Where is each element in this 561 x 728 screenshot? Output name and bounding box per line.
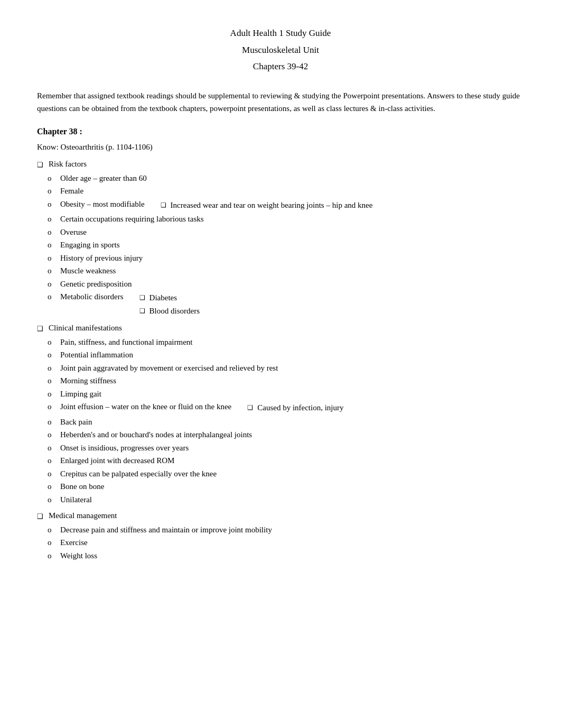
o-label: o [48, 213, 56, 225]
o-label: o [48, 481, 56, 493]
o-label: o [48, 468, 56, 480]
item-text: Enlarged joint with decreased ROM [60, 455, 174, 467]
sub-bullet-icon: ❑ [139, 306, 145, 316]
bullet-icon: ❑ [37, 324, 43, 334]
sub-bullet-icon: ❑ [139, 293, 145, 302]
list-item: oLimping gait [48, 388, 524, 400]
o-label: o [48, 550, 56, 562]
section-title-clinical-manifestations: ❑Clinical manifestations [37, 322, 524, 334]
item-text: Engaging in sports [60, 239, 120, 251]
list-item: oEnlarged joint with decreased ROM [48, 455, 524, 467]
o-label: o [48, 198, 56, 210]
title-line3: Chapters 39-42 [37, 60, 524, 73]
o-label: o [48, 429, 56, 441]
o-label: o [48, 265, 56, 277]
item-text: Onset is insidious, progresses over year… [60, 442, 189, 454]
o-label: o [48, 455, 56, 467]
item-text: Joint effusion – water on the knee or fl… [60, 401, 231, 413]
o-label: o [48, 291, 56, 303]
o-label: o [48, 239, 56, 251]
list-item: oJoint effusion – water on the knee or f… [48, 401, 524, 415]
sub-items: ❑Caused by infection, injury [231, 402, 343, 415]
section-title-text: Risk factors [49, 158, 87, 170]
list-item: oBack pain [48, 416, 524, 428]
list-item: oJoint pain aggravated by movement or ex… [48, 362, 524, 374]
item-text: Morning stiffness [60, 375, 116, 387]
item-text: Pain, stiffness, and functional impairme… [60, 336, 193, 348]
o-label: o [48, 278, 56, 290]
title-line2: Musculoskeletal Unit [37, 43, 524, 57]
o-label: o [48, 172, 56, 185]
item-text: Back pain [60, 416, 92, 428]
sub-item-text: Blood disorders [149, 305, 200, 317]
list-item: oOveruse [48, 226, 524, 238]
o-label: o [48, 416, 56, 428]
sub-bullet-icon: ❑ [247, 403, 253, 412]
item-text: Weight loss [60, 550, 97, 562]
item-text: Metabolic disorders [60, 291, 124, 303]
sub-item-text: Diabetes [149, 292, 177, 304]
item-text: Decrease pain and stiffness and maintain… [60, 524, 272, 536]
item-text: Overuse [60, 226, 87, 238]
list-item: oDecrease pain and stiffness and maintai… [48, 524, 524, 536]
section-title-text: Medical management [49, 510, 117, 522]
o-label: o [48, 388, 56, 400]
o-label: o [48, 362, 56, 374]
item-text: Potential inflammation [60, 349, 133, 361]
item-text: Older age – greater than 60 [60, 172, 147, 185]
section-items: oOlder age – greater than 60oFemaleoObes… [37, 172, 524, 318]
o-label: o [48, 226, 56, 238]
sub-item-text: Caused by infection, injury [257, 402, 343, 414]
item-text: Female [60, 185, 83, 197]
section-title-text: Clinical manifestations [49, 322, 122, 334]
item-text: Limping gait [60, 388, 101, 400]
list-item: oGenetic predisposition [48, 278, 524, 290]
chapter-section: Know: Osteoarthritis (p. 1104-1106) [37, 141, 524, 153]
list-item: oMorning stiffness [48, 375, 524, 387]
section-title-risk-factors: ❑Risk factors [37, 158, 524, 170]
list-item: ❑Blood disorders [139, 305, 200, 317]
list-item: oOlder age – greater than 60 [48, 172, 524, 185]
list-item: ❑Increased wear and tear on weight beari… [161, 199, 373, 211]
item-text: Heberden's and or bouchard's nodes at in… [60, 429, 252, 441]
bullet-icon: ❑ [37, 511, 43, 522]
list-item: oObesity – most modifiable❑Increased wea… [48, 198, 524, 213]
section-items: oDecrease pain and stiffness and maintai… [37, 524, 524, 562]
item-text: Unilateral [60, 494, 92, 506]
o-label: o [48, 336, 56, 348]
bullet-icon: ❑ [37, 160, 43, 170]
list-item: oEngaging in sports [48, 239, 524, 251]
list-item: ❑Diabetes [139, 292, 200, 304]
item-text: Exercise [60, 537, 88, 549]
list-item: oCrepitus can be palpated especially ove… [48, 468, 524, 480]
list-item: oFemale [48, 185, 524, 197]
sections-container: ❑Risk factorsoOlder age – greater than 6… [37, 158, 524, 561]
list-item: oCertain occupations requiring laborious… [48, 213, 524, 225]
section-items: oPain, stiffness, and functional impairm… [37, 336, 524, 506]
item-text: Genetic predisposition [60, 278, 132, 290]
item-text: Obesity – most modifiable [60, 198, 145, 210]
list-item: oUnilateral [48, 494, 524, 506]
o-label: o [48, 537, 56, 549]
item-text: Certain occupations requiring laborious … [60, 213, 204, 225]
title-line1: Adult Health 1 Study Guide [37, 26, 524, 40]
list-item: oBone on bone [48, 481, 524, 493]
list-item: oHistory of previous injury [48, 252, 524, 264]
chapter-label: Chapter 38 : [37, 125, 524, 138]
sub-items: ❑Increased wear and tear on weight beari… [145, 199, 373, 213]
o-label: o [48, 442, 56, 454]
list-item: oOnset is insidious, progresses over yea… [48, 442, 524, 454]
section-clinical-manifestations: ❑Clinical manifestationsoPain, stiffness… [37, 322, 524, 505]
sub-item-text: Increased wear and tear on weight bearin… [171, 199, 373, 211]
o-label: o [48, 524, 56, 536]
page-header: Adult Health 1 Study Guide Musculoskelet… [37, 26, 524, 73]
sub-bullet-icon: ❑ [161, 200, 166, 210]
item-text: Muscle weakness [60, 265, 116, 277]
list-item: oExercise [48, 537, 524, 549]
section-medical-management: ❑Medical managementoDecrease pain and st… [37, 510, 524, 561]
item-text: Crepitus can be palpated especially over… [60, 468, 217, 480]
list-item: oWeight loss [48, 550, 524, 562]
intro-text: Remember that assigned textbook readings… [37, 89, 524, 115]
list-item: oMuscle weakness [48, 265, 524, 277]
o-label: o [48, 185, 56, 197]
